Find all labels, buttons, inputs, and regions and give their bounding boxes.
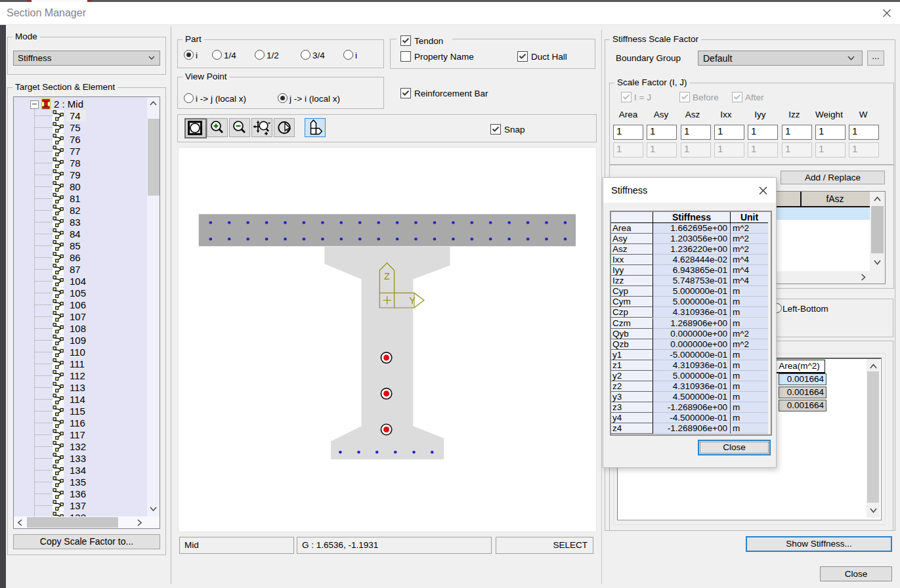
svg-text:Z: Z	[384, 271, 390, 282]
svg-text:Y: Y	[409, 295, 416, 306]
